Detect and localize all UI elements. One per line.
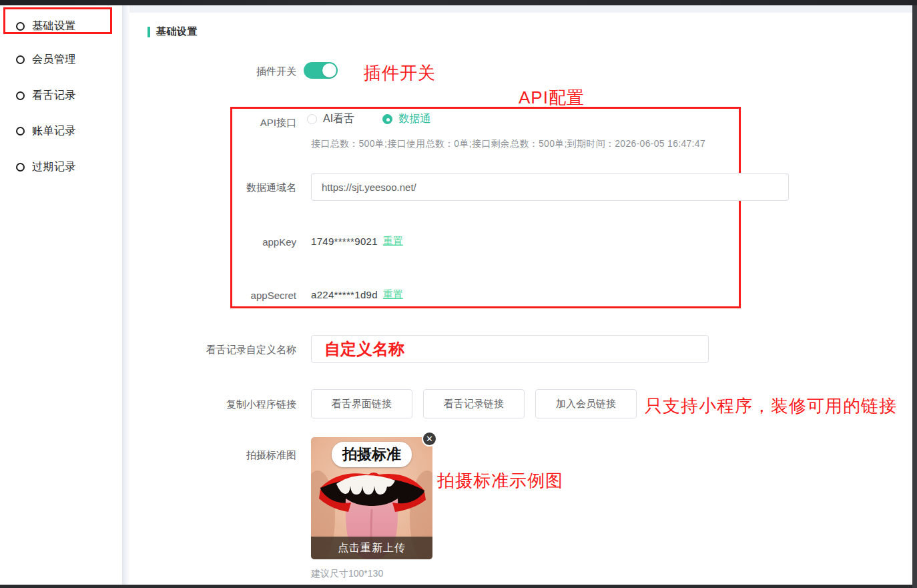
circle-icon xyxy=(16,55,25,64)
close-icon[interactable]: ✕ xyxy=(422,431,437,447)
sidebar-item-tongue-records[interactable]: 看舌记录 xyxy=(0,85,122,106)
circle-icon xyxy=(16,91,25,100)
photo-badge: 拍摄标准 xyxy=(332,442,412,467)
appkey-label: appKey xyxy=(129,236,296,248)
copy-tongue-ui-link-button[interactable]: 看舌界面链接 xyxy=(311,389,412,418)
copy-links-label: 复制小程序链接 xyxy=(129,398,296,411)
sidebar-item-label: 基础设置 xyxy=(32,19,76,33)
sidebar-item-basic-settings[interactable]: 基础设置 xyxy=(0,15,122,37)
cropped-bottom-edge xyxy=(0,585,917,588)
sidebar-item-member-management[interactable]: 会员管理 xyxy=(0,49,122,70)
domain-input[interactable] xyxy=(311,173,789,201)
annotation-box-api-config xyxy=(230,107,741,308)
sidebar-divider xyxy=(122,5,129,585)
radio-unchecked-icon xyxy=(307,114,317,124)
copy-links-buttons: 看舌界面链接 看舌记录链接 加入会员链接 xyxy=(311,389,647,418)
api-config-annotation: API配置 xyxy=(519,86,585,109)
appkey-reset-link[interactable]: 重置 xyxy=(383,235,403,248)
circle-icon xyxy=(16,22,25,31)
main-content: 基础设置 插件开关 插件开关 API配置 API接口 AI看舌 数据通 接口总数… xyxy=(129,5,912,585)
standard-image-preview[interactable]: ✕ xyxy=(311,437,432,559)
appsecret-reset-link[interactable]: 重置 xyxy=(383,288,403,301)
circle-icon xyxy=(16,163,25,172)
copy-tongue-record-link-button[interactable]: 看舌记录链接 xyxy=(423,389,525,418)
sidebar: 基础设置 会员管理 看舌记录 账单记录 过期记录 xyxy=(0,5,122,585)
api-interface-label: API接口 xyxy=(129,117,296,129)
copy-join-member-link-button[interactable]: 加入会员链接 xyxy=(535,389,637,418)
custom-name-label: 看舌记录自定义名称 xyxy=(129,344,296,356)
content-top-band xyxy=(129,5,912,13)
cropped-right-edge xyxy=(912,5,917,588)
appkey-row: 1749*****9021 重置 xyxy=(311,235,403,248)
toggle-knob xyxy=(322,63,336,77)
tongue-photo: 拍摄标准 点击重新上传 xyxy=(311,437,432,559)
custom-name-input[interactable] xyxy=(311,335,709,363)
appsecret-label: appSecret xyxy=(129,290,296,301)
plugin-switch-toggle[interactable] xyxy=(304,62,338,79)
radio-data-link[interactable]: 数据通 xyxy=(382,112,430,126)
plugin-switch-label: 插件开关 xyxy=(129,65,296,78)
sidebar-item-label: 看舌记录 xyxy=(32,89,76,103)
domain-label: 数据通域名 xyxy=(129,182,296,194)
radio-label: AI看舌 xyxy=(323,112,354,126)
sidebar-item-label: 会员管理 xyxy=(32,53,76,67)
appsecret-value: a224*****1d9d xyxy=(311,289,378,300)
radio-checked-icon xyxy=(382,114,392,124)
standard-image-label: 拍摄标准图 xyxy=(129,449,296,462)
sidebar-item-expired-records[interactable]: 过期记录 xyxy=(0,156,122,178)
section-accent-bar xyxy=(147,27,150,37)
section-header: 基础设置 xyxy=(147,25,198,38)
page-title: 基础设置 xyxy=(156,25,198,38)
reupload-overlay[interactable]: 点击重新上传 xyxy=(311,537,432,559)
cropped-top-edge xyxy=(0,0,917,5)
plugin-switch-annotation: 插件开关 xyxy=(364,61,436,85)
radio-ai-tongue[interactable]: AI看舌 xyxy=(307,112,354,126)
copy-links-annotation: 只支持小程序，装修可用的链接 xyxy=(645,394,897,418)
api-radio-group: AI看舌 数据通 xyxy=(307,112,458,126)
sidebar-item-billing-records[interactable]: 账单记录 xyxy=(0,120,122,141)
sidebar-item-label: 过期记录 xyxy=(32,160,76,174)
settings-page: 基础设置 会员管理 看舌记录 账单记录 过期记录 基础设置 插件开关 xyxy=(0,0,917,588)
appkey-value: 1749*****9021 xyxy=(311,236,378,247)
circle-icon xyxy=(16,127,25,135)
appsecret-row: a224*****1d9d 重置 xyxy=(311,288,403,301)
sidebar-item-label: 账单记录 xyxy=(32,124,76,138)
size-hint: 建议尺寸100*130 xyxy=(311,568,383,580)
radio-label: 数据通 xyxy=(398,112,430,126)
api-quota-info: 接口总数：500单;接口使用总数：0单;接口剩余总数：500单;到期时间：202… xyxy=(311,138,705,150)
standard-image-annotation: 拍摄标准示例图 xyxy=(437,469,563,493)
